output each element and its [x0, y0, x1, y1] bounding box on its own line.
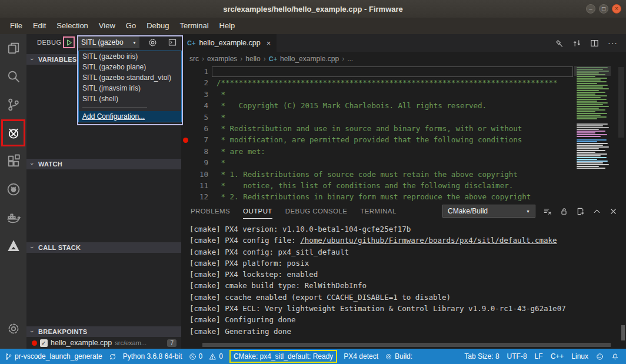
debug-configuration-select[interactable]: SITL (gazebo ▼ — [78, 36, 139, 48]
activity-debug[interactable] — [1, 119, 25, 146]
minimap[interactable] — [574, 66, 611, 203]
menu-help[interactable]: Help — [214, 18, 241, 34]
activity-github[interactable] — [0, 175, 26, 203]
panel-horizontal-scrollbar[interactable] — [202, 343, 611, 347]
debug-console-button[interactable] — [166, 38, 179, 48]
minimize-button[interactable]: – — [586, 4, 595, 14]
activity-manage[interactable] — [0, 315, 26, 343]
status-item-sync[interactable] — [109, 353, 116, 360]
breakpoint-checkbox[interactable]: ✓ — [40, 339, 48, 347]
breadcrumb-item[interactable]: ... — [347, 55, 353, 63]
maximize-button[interactable]: □ — [599, 4, 608, 14]
build-hammer-icon[interactable] — [555, 39, 564, 48]
status-item-encoding[interactable]: UTF-8 — [507, 352, 527, 360]
cmake-icon — [6, 239, 21, 253]
activity-docker[interactable] — [0, 203, 26, 232]
status-item-px4-detect[interactable]: PX4 detect — [344, 352, 378, 360]
section-breakpoints[interactable]: › BREAKPOINTS — [26, 326, 181, 337]
status-item-platform[interactable]: Linux — [571, 352, 588, 360]
status-item-tab-size[interactable]: Tab Size: 8 — [464, 352, 499, 360]
code-line: 6 * Redistribution and use in source and… — [181, 123, 626, 134]
breadcrumb-item[interactable]: src — [189, 55, 199, 63]
menu-view[interactable]: View — [94, 18, 121, 34]
activity-extensions[interactable] — [0, 147, 26, 175]
line-number: 9 — [189, 157, 208, 168]
minimap-line — [577, 83, 597, 84]
breakpoint-gutter[interactable] — [181, 77, 189, 88]
close-button[interactable]: × — [612, 4, 621, 14]
status-item-feedback[interactable] — [596, 353, 604, 360]
start-debugging-button[interactable] — [63, 36, 75, 48]
dropdown-option[interactable]: SITL (gazebo plane) — [79, 62, 181, 72]
breakpoint-gutter[interactable] — [181, 100, 189, 111]
status-item-git-branch[interactable]: pr-vscode_launch_generate — [5, 352, 102, 360]
menu-terminal[interactable]: Terminal — [174, 18, 214, 34]
output-link[interactable]: /home/ubuntu/github/Firmware/boards/px4/… — [300, 236, 557, 245]
panel-tab-debug-console[interactable]: DEBUG CONSOLE — [285, 204, 348, 219]
status-item-cmake-status[interactable]: CMake: px4_sitl_default: Ready — [229, 350, 337, 363]
breakpoint-gutter[interactable] — [181, 112, 189, 123]
minimap-line — [577, 162, 603, 163]
menu-selection[interactable]: Selection — [51, 18, 93, 34]
breakpoint-gutter[interactable] — [181, 89, 189, 100]
dropdown-option[interactable]: SITL (shell) — [79, 93, 181, 104]
menu-edit[interactable]: Edit — [28, 18, 51, 34]
status-item-python-version[interactable]: Python 3.6.8 64-bit — [123, 352, 182, 360]
breadcrumb-item[interactable]: examples — [207, 55, 237, 63]
output-channel-select[interactable]: CMake/Build ▼ — [442, 205, 535, 218]
activity-explorer[interactable] — [0, 34, 26, 62]
editor-scrollbar[interactable] — [611, 66, 626, 203]
synchronize-changes-icon[interactable] — [572, 39, 581, 48]
more-actions-icon[interactable]: ··· — [608, 38, 618, 48]
breakpoint-gutter[interactable] — [181, 157, 189, 168]
breakpoint-gutter[interactable] — [181, 169, 189, 180]
debug-sidebar-title: DEBUG — [37, 39, 61, 46]
output-log[interactable]: [cmake] PX4 version: v1.10.0-beta1-104-g… — [181, 219, 626, 337]
maximize-panel-icon[interactable] — [592, 207, 601, 216]
panel-tab-problems[interactable]: PROBLEMS — [191, 204, 230, 219]
dropdown-add-configuration[interactable]: Add Configuration... — [79, 111, 181, 122]
panel-tab-terminal[interactable]: TERMINAL — [360, 204, 396, 219]
breakpoint-gutter[interactable] — [181, 146, 189, 157]
activity-source-control[interactable] — [0, 91, 26, 119]
minimap-line — [577, 101, 597, 102]
activity-search[interactable] — [0, 62, 26, 91]
section-variables-label: VARIABLES — [38, 56, 76, 63]
code-editor[interactable]: 12/*************************************… — [181, 66, 626, 203]
status-item-label: C++ — [551, 352, 564, 360]
breakpoint-gutter[interactable] — [181, 191, 189, 202]
menu-debug[interactable]: Debug — [141, 18, 174, 34]
scroll-lock-icon[interactable] — [560, 207, 568, 216]
clear-output-icon[interactable] — [543, 207, 552, 216]
breakpoint-gutter[interactable] — [181, 180, 189, 191]
status-item-eol[interactable]: LF — [535, 352, 543, 360]
menu-file[interactable]: File — [5, 18, 28, 34]
dropdown-option[interactable]: SITL (gazebo standard_vtol) — [79, 72, 181, 83]
breadcrumb-item[interactable]: hello — [245, 55, 260, 63]
panel-vertical-scrollbar[interactable] — [621, 325, 625, 340]
dropdown-option[interactable]: SITL (gazebo iris) — [79, 51, 181, 62]
open-log-file-icon[interactable] — [576, 207, 585, 216]
editor-tab[interactable]: C+ hello_example.cpp × — [181, 34, 277, 52]
close-panel-icon[interactable] — [609, 207, 618, 216]
tab-close-icon[interactable]: × — [267, 39, 271, 48]
split-editor-icon[interactable] — [590, 39, 599, 48]
breakpoint-gutter[interactable] — [181, 134, 189, 145]
dropdown-option[interactable]: SITL (jmavsim iris) — [79, 83, 181, 93]
section-call-stack[interactable]: › CALL STACK — [26, 242, 181, 253]
status-item-warnings[interactable]: 0 — [209, 352, 223, 360]
breakpoint-gutter[interactable] — [181, 123, 189, 134]
status-item-cmake-build[interactable]: Build: — [385, 352, 412, 360]
breakpoint-list-item[interactable]: ✓ hello_example.cpp src/exam... 7 — [26, 337, 181, 349]
panel-tab-output[interactable]: OUTPUT — [243, 204, 272, 219]
section-watch[interactable]: › WATCH — [26, 159, 181, 169]
breakpoint-gutter[interactable] — [181, 66, 189, 77]
configure-launch-gear-icon[interactable] — [148, 38, 158, 48]
status-item-errors[interactable]: 0 — [189, 352, 203, 360]
menu-go[interactable]: Go — [121, 18, 141, 34]
status-item-notifications[interactable] — [611, 353, 619, 360]
status-item-language[interactable]: C++ — [551, 352, 564, 360]
breadcrumb-item[interactable]: hello_example.cpp — [280, 55, 339, 63]
minimap-slider[interactable] — [574, 66, 611, 76]
activity-cmake[interactable] — [0, 232, 26, 260]
